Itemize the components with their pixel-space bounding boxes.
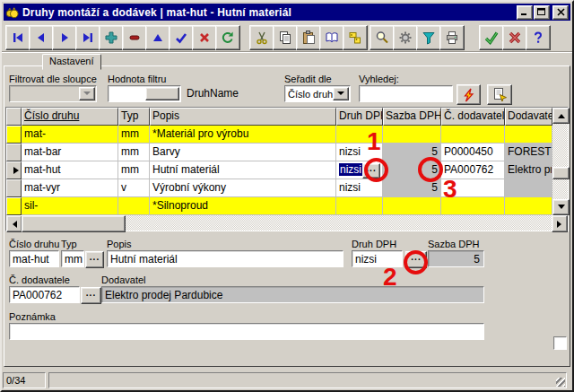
horizontal-scroll-thumb[interactable]: [22, 215, 126, 232]
sort-dropdown-button[interactable]: [333, 87, 349, 100]
maximize-icon: [537, 8, 546, 16]
minimize-button[interactable]: [517, 5, 533, 20]
filter-button[interactable]: [416, 25, 441, 50]
annotation-step-1: 1: [367, 129, 381, 154]
table-row[interactable]: mat-bar mm Barvy nizsi 5 P0000450 FOREST…: [6, 144, 552, 161]
form-popis-input[interactable]: Hutní materiál: [107, 250, 344, 267]
cell-dodavatel[interactable]: [505, 197, 552, 215]
cell-sazba-dph[interactable]: [383, 197, 441, 215]
filter-value-input[interactable]: [108, 85, 181, 102]
column-header-druh-dph[interactable]: Druh DPH: [336, 108, 383, 126]
vertical-scroll-thumb[interactable]: [552, 167, 570, 179]
scissors-icon: [255, 30, 269, 45]
cell-popis[interactable]: *Materiál pro výrobu: [150, 126, 336, 144]
cell-cislo-druhu[interactable]: mat-bar: [22, 144, 118, 161]
filter-value-button[interactable]: [145, 87, 179, 100]
cell-c-dodavatele[interactable]: P0000450: [441, 144, 505, 161]
print-button[interactable]: [439, 25, 465, 50]
cut-button[interactable]: [249, 25, 274, 50]
cell-druh-dph[interactable]: [336, 197, 383, 215]
column-header-typ[interactable]: Typ: [118, 108, 150, 126]
row-indicator: [6, 126, 22, 144]
column-header-cislo-druhu[interactable]: Číslo druhu: [22, 108, 118, 126]
scroll-left-button[interactable]: [6, 215, 22, 232]
add-record-button[interactable]: [99, 25, 124, 50]
previous-record-button[interactable]: [29, 25, 54, 50]
cell-sazba-dph[interactable]: [383, 126, 441, 144]
copy-button[interactable]: [273, 25, 298, 50]
grid-horizontal-scrollbar[interactable]: [6, 215, 568, 231]
form-poznamka-input[interactable]: [9, 323, 484, 340]
report-select-button[interactable]: [487, 84, 512, 105]
search-button[interactable]: [370, 25, 395, 50]
unlabeled-checkbox[interactable]: [553, 336, 567, 350]
filter-field-name: DruhName: [187, 87, 239, 100]
post-record-button[interactable]: [169, 25, 194, 50]
first-record-button[interactable]: [5, 25, 30, 50]
cell-popis[interactable]: Hutní materiál: [150, 161, 336, 179]
scroll-right-button[interactable]: [552, 215, 568, 232]
cell-cislo-druhu[interactable]: mat-: [22, 126, 118, 144]
delete-record-button[interactable]: [122, 25, 147, 50]
column-header-sazba-dph[interactable]: Sazba DPH: [383, 108, 441, 126]
paste-button[interactable]: [296, 25, 321, 50]
maximize-button[interactable]: [534, 5, 550, 20]
sort-combobox[interactable]: Číslo druhu: [284, 85, 351, 102]
search-execute-button[interactable]: [457, 84, 481, 105]
help-button[interactable]: [526, 25, 551, 50]
form-cislo-druhu-input[interactable]: mat-hut: [9, 250, 59, 267]
tags-button[interactable]: [343, 25, 368, 50]
cell-cislo-druhu[interactable]: sil-: [22, 197, 118, 215]
table-row[interactable]: sil- *Silnoproud: [6, 197, 552, 215]
cell-popis[interactable]: Barvy: [150, 144, 336, 161]
close-button[interactable]: [552, 5, 569, 20]
scroll-down-button[interactable]: [552, 199, 570, 215]
cell-typ[interactable]: mm: [118, 161, 150, 179]
column-header-popis[interactable]: Popis: [150, 108, 336, 126]
filter-value-label: Hodnota filtru: [108, 74, 166, 84]
cell-popis[interactable]: Výrobní výkony: [150, 179, 336, 197]
form-typ-ellipsis-button[interactable]: ...: [85, 251, 104, 268]
filter-column-combobox[interactable]: [9, 85, 97, 102]
search-input[interactable]: [359, 85, 453, 102]
form-c-dodavatele-input[interactable]: PA000762: [9, 286, 80, 303]
table-row-current[interactable]: mat-hut mm Hutní materiál nizsi... 5 PA0…: [6, 161, 552, 179]
discard-button[interactable]: [502, 25, 527, 50]
form-typ-input[interactable]: mm: [61, 250, 84, 267]
cell-druh-dph[interactable]: nizsi: [336, 179, 383, 197]
scroll-up-button[interactable]: [552, 108, 570, 124]
cell-typ[interactable]: v: [118, 179, 150, 197]
table-row[interactable]: mat- mm *Materiál pro výrobu: [6, 126, 552, 144]
cell-cislo-druhu[interactable]: mat-hut: [22, 161, 118, 179]
x-icon: [197, 30, 212, 45]
form-c-dodavatele-ellipsis-button[interactable]: ...: [81, 287, 101, 304]
cell-typ[interactable]: [118, 197, 150, 215]
column-header-dodavatel[interactable]: Dodavatel: [505, 108, 552, 126]
last-record-icon: [81, 30, 95, 45]
magnifier-icon: [375, 30, 389, 45]
next-record-button[interactable]: [52, 25, 77, 50]
resize-grip[interactable]: [556, 378, 565, 387]
annotation-step-2: 2: [383, 265, 397, 290]
cell-cislo-druhu[interactable]: mat-vyr: [22, 179, 118, 197]
last-record-button[interactable]: [75, 25, 100, 50]
cell-typ[interactable]: mm: [118, 126, 150, 144]
apply-button[interactable]: [479, 25, 504, 50]
cell-typ[interactable]: mm: [118, 144, 150, 161]
browse-book-button[interactable]: [319, 25, 344, 50]
book-icon: [325, 30, 339, 45]
cell-dodavatel[interactable]: [505, 126, 552, 144]
column-header-c-dodavatele[interactable]: Č. dodavatele: [441, 108, 505, 126]
grid-vertical-scrollbar[interactable]: [552, 108, 568, 215]
table-row[interactable]: mat-vyr v Výrobní výkony nizsi 5: [6, 179, 552, 197]
cancel-edit-button[interactable]: [192, 25, 217, 50]
filter-column-dropdown-button[interactable]: [79, 87, 95, 100]
cell-dodavatel: FOREST s: [505, 144, 552, 161]
settings-button[interactable]: [393, 25, 418, 50]
cell-c-dodavatele[interactable]: [441, 126, 505, 144]
toolbar-divider: [2, 51, 572, 53]
edit-record-button[interactable]: [145, 25, 170, 50]
cell-popis[interactable]: *Silnoproud: [150, 197, 336, 215]
tab-nastaveni[interactable]: Nastavení: [42, 54, 101, 70]
refresh-button[interactable]: [215, 25, 240, 50]
